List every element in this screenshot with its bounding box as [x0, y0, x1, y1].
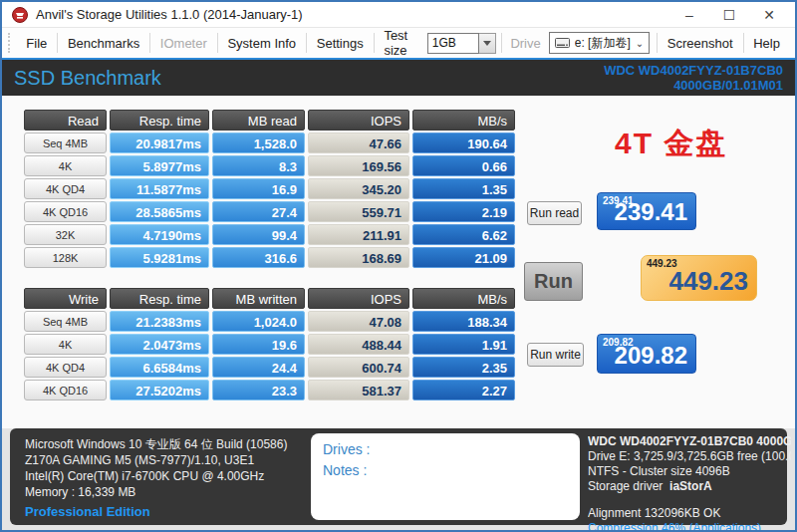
table-row: Seq 4MB 20.9817ms 1,528.0 47.66 190.64	[24, 133, 515, 153]
menu-file[interactable]: File	[17, 36, 56, 51]
device-model-header: WDC WD4002FYYZ-01B7CB0 4000GB/01.01M01	[604, 63, 783, 93]
write-score-box: 209.82 209.82	[597, 334, 696, 374]
run-read-button[interactable]: Run read	[527, 201, 582, 225]
red-annotation: 4T 金盘	[615, 124, 727, 164]
drive-capacity: Drive E: 3,725.9/3,725.6GB free (100.0%)	[588, 449, 791, 464]
mb-cell: 24.4	[212, 357, 305, 378]
column-header: MB/s	[412, 110, 515, 131]
test-button[interactable]: Seq 4MB	[24, 133, 107, 153]
chevron-down-icon[interactable]: ⌄	[636, 38, 644, 49]
drive-info-block: WDC WD4002FYYZ-01B7CB0 4000GB/0 Drive E:…	[588, 434, 791, 532]
drive-compression: Compression 46% (Applications)	[588, 521, 791, 532]
mbs-cell: 2.27	[412, 380, 515, 400]
mb-cell: 316.6	[212, 247, 305, 268]
test-button[interactable]: 4K QD16	[24, 380, 107, 400]
table-row: 4K QD16 28.5865ms 27.4 559.71 2.19	[24, 201, 515, 222]
device-model-line2: 4000GB/01.01M01	[604, 78, 783, 93]
test-button[interactable]: 128K	[24, 247, 107, 268]
mb-cell: 8.3	[212, 155, 305, 176]
test-button[interactable]: 4K	[24, 155, 107, 176]
menu-separator	[374, 33, 375, 53]
os-line: Microsoft Windows 10 专业版 64 位 Build (105…	[25, 436, 287, 452]
minimize-icon[interactable]: –	[669, 3, 709, 27]
resp-time-cell: 6.6584ms	[110, 357, 209, 378]
iops-cell: 169.56	[308, 155, 409, 176]
menu-settings[interactable]: Settings	[308, 36, 373, 51]
drives-notes-panel[interactable]: Drives : Notes :	[311, 433, 580, 520]
drive-label: Drive	[502, 36, 546, 51]
dropdown-arrow-icon[interactable]	[479, 33, 496, 54]
memory-line: Memory : 16,339 MB	[25, 484, 287, 500]
resp-time-cell: 5.8977ms	[110, 155, 209, 176]
test-size-value[interactable]: 1GB	[427, 33, 479, 54]
mbs-cell: 6.62	[412, 224, 515, 245]
test-button[interactable]: 32K	[24, 224, 107, 245]
read-table: Read Resp. time MB read IOPS MB/s Seq 4M…	[24, 110, 515, 270]
mbs-cell: 190.64	[412, 133, 515, 153]
menu-screenshot[interactable]: Screenshot	[659, 36, 742, 51]
resp-time-cell: 28.5865ms	[110, 201, 209, 222]
resp-time-cell: 11.5877ms	[110, 178, 209, 199]
table-row: Seq 4MB 21.2383ms 1,024.0 47.08 188.34	[24, 311, 515, 332]
table-row: 4K QD4 6.6584ms 24.4 600.74 2.35	[24, 357, 515, 378]
column-header: Resp. time	[110, 110, 209, 131]
test-button[interactable]: 4K QD4	[24, 178, 107, 199]
toolbar-grip[interactable]	[8, 33, 11, 53]
drive-storage-driver: Storage driver iaStorA	[588, 479, 791, 494]
iops-cell: 581.37	[308, 380, 409, 400]
mb-cell: 27.4	[212, 201, 305, 222]
menu-system-info[interactable]: System Info	[218, 36, 305, 51]
motherboard-line: Z170A GAMING M5 (MS-7977)/1.10, U3E1	[25, 452, 287, 468]
table-row: 4K QD4 11.5877ms 16.9 345.20 1.35	[24, 178, 515, 199]
test-button[interactable]: Seq 4MB	[24, 311, 107, 332]
mb-cell: 23.3	[212, 380, 305, 400]
mb-cell: 99.4	[212, 224, 305, 245]
read-header-row: Read Resp. time MB read IOPS MB/s	[24, 110, 515, 131]
resp-time-cell: 5.9281ms	[110, 247, 209, 268]
column-header: MB/s	[412, 288, 515, 309]
menu-bar: File Benchmarks IOmeter System Info Sett…	[2, 28, 795, 58]
run-button[interactable]: Run	[524, 262, 583, 301]
menu-benchmarks[interactable]: Benchmarks	[59, 36, 148, 51]
table-row: 32K 4.7190ms 99.4 211.91 6.62	[24, 224, 515, 245]
iops-cell: 345.20	[308, 178, 409, 199]
resp-time-cell: 27.5202ms	[110, 380, 209, 400]
notes-label: Notes :	[323, 460, 568, 481]
drive-select[interactable]: e: [新加卷] ⌄	[549, 32, 650, 54]
menu-help[interactable]: Help	[744, 36, 789, 51]
maximize-icon[interactable]: ☐	[709, 3, 749, 27]
storage-driver-label: Storage driver	[588, 479, 663, 493]
table-row: 128K 5.9281ms 316.6 168.69 21.09	[24, 247, 515, 268]
menu-separator	[217, 33, 218, 53]
run-write-button[interactable]: Run write	[527, 343, 584, 367]
column-header: MB read	[212, 110, 305, 131]
iops-cell: 211.91	[308, 224, 409, 245]
mbs-cell: 1.91	[412, 334, 515, 355]
mbs-cell: 2.35	[412, 357, 515, 378]
table-row: 4K 2.0473ms 19.6 488.44 1.91	[24, 334, 515, 355]
test-size-label: Test size	[375, 28, 422, 58]
storage-driver-value: iaStorA	[669, 479, 712, 493]
column-header: Resp. time	[110, 288, 209, 309]
test-size-select[interactable]: 1GB	[427, 33, 496, 54]
mb-cell: 19.6	[212, 334, 305, 355]
iops-cell: 168.69	[308, 247, 409, 268]
mb-cell: 1,024.0	[212, 311, 305, 332]
resp-time-cell: 2.0473ms	[110, 334, 209, 355]
test-button[interactable]: 4K QD16	[24, 201, 107, 222]
drive-model: WDC WD4002FYYZ-01B7CB0 4000GB/0	[588, 434, 791, 449]
iops-cell: 488.44	[308, 334, 409, 355]
mbs-cell: 1.35	[412, 178, 515, 199]
iops-cell: 559.71	[308, 201, 409, 222]
test-button[interactable]: 4K QD4	[24, 357, 107, 378]
cpu-line: Intel(R) Core(TM) i7-6700K CPU @ 4.00GHz	[25, 468, 287, 484]
resp-time-cell: 20.9817ms	[110, 133, 209, 153]
total-score-box: 449.23 449.23	[641, 255, 757, 301]
title-bar: Anvil's Storage Utilities 1.1.0 (2014-Ja…	[2, 2, 795, 28]
iops-cell: 47.66	[308, 133, 409, 153]
close-icon[interactable]: ✕	[749, 3, 789, 27]
app-window: Anvil's Storage Utilities 1.1.0 (2014-Ja…	[0, 0, 797, 532]
test-button[interactable]: 4K	[24, 334, 107, 355]
menu-iometer: IOmeter	[151, 36, 216, 51]
write-score-value: 209.82	[615, 342, 687, 370]
